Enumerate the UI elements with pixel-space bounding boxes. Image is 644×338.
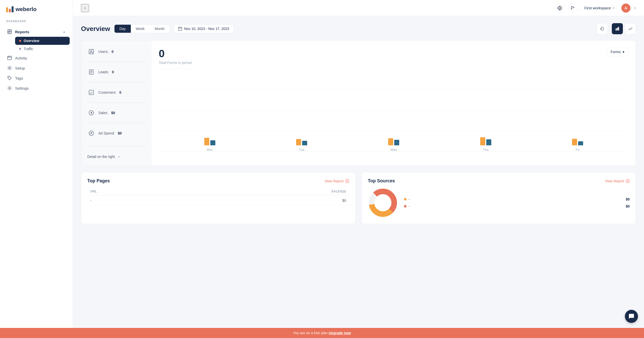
globe-button[interactable] <box>555 4 564 13</box>
legend-item-2: - $0 <box>404 204 630 208</box>
workspace-name: First workspace <box>584 6 611 10</box>
top-sources-view-report-label: View Report <box>605 179 624 183</box>
sidebar-item-activity[interactable]: Activity <box>3 53 70 63</box>
chart-day-label-thu: Thu <box>483 148 488 152</box>
users-label: Users: <box>98 50 108 54</box>
top-pages-card: Top Pages View Report <box>81 172 355 224</box>
tags-icon <box>7 76 12 81</box>
chart-header: 0 Total Forms in period Forms ▾ <box>159 48 629 65</box>
bar-teal-thu <box>486 139 491 145</box>
sources-legend: - $0 - $0 <box>404 197 630 208</box>
chart-day-thu: Thu <box>480 137 491 152</box>
chart-panel: 0 Total Forms in period Forms ▾ <box>152 41 636 166</box>
legend-value-1: $0 <box>626 197 630 201</box>
legend-dot-1 <box>404 198 407 200</box>
stats-panel: Users: 0 Leads: <box>81 41 152 166</box>
period-tabs: Day Week Month <box>114 24 170 33</box>
avatar[interactable]: A <box>621 4 630 13</box>
sales-label: Sales: <box>98 111 108 115</box>
sources-content: - $0 - $0 <box>368 188 630 218</box>
chart-area: Mon Tue <box>159 69 629 162</box>
bar-chart-button[interactable] <box>612 23 623 34</box>
ad-spend-icon <box>87 129 95 137</box>
content-area: Overview Day Week Month Nov 10, 2023 - N… <box>73 16 644 338</box>
chart-day-label-mon: Mon <box>207 148 213 152</box>
bar-teal-fri <box>578 141 583 145</box>
sidebar-item-setup[interactable]: Setup <box>3 63 70 73</box>
date-picker[interactable]: Nov 10, 2023 - Nov 17, 2023 <box>174 24 233 33</box>
tab-month[interactable]: Month <box>150 25 170 33</box>
arrow-right-icon: → <box>117 155 120 159</box>
bar-yellow-tue <box>296 139 301 145</box>
refresh-button[interactable] <box>597 23 608 34</box>
chat-icon <box>628 313 634 319</box>
users-value: 0 <box>111 50 113 54</box>
tab-day[interactable]: Day <box>114 25 131 33</box>
date-range-text: Nov 10, 2023 - Nov 17, 2023 <box>184 27 229 31</box>
svg-rect-11 <box>178 27 182 30</box>
chat-button[interactable] <box>625 310 638 323</box>
svg-point-5 <box>8 56 9 57</box>
sidebar-item-settings[interactable]: Settings <box>3 83 70 93</box>
forms-chevron-icon: ▾ <box>623 50 624 54</box>
detail-link-text: Detail on the right <box>87 155 115 159</box>
workspace-selector[interactable]: First workspace ▾ <box>581 4 617 12</box>
logo-text: weberlo <box>16 6 36 13</box>
table-row: - $0 <box>87 195 349 206</box>
chart-day-label-tue: Tue <box>299 148 304 152</box>
top-pages-view-report-label: View Report <box>325 179 344 183</box>
main-content: ‹ First workspace ▾ A ▾ <box>73 0 644 338</box>
chart-day-label-fri: Fri <box>576 148 580 152</box>
sidebar-item-reports[interactable]: Reports ▲ <box>3 27 70 37</box>
logo-bar-3 <box>12 6 14 12</box>
upgrade-link[interactable]: Upgrade now <box>329 331 351 335</box>
bar-teal-tue <box>302 141 307 145</box>
legend-label-2: - <box>404 204 410 208</box>
sidebar-item-overview[interactable]: Overview <box>15 37 70 45</box>
flag-button[interactable] <box>568 4 577 13</box>
bar-teal-wed <box>394 140 399 145</box>
setup-icon <box>7 65 12 71</box>
sidebar-item-reports-label: Reports <box>15 30 29 34</box>
top-pages-view-report[interactable]: View Report <box>325 179 349 183</box>
tab-week[interactable]: Week <box>131 25 150 33</box>
top-pages-table: URL Sales($) - $0 <box>87 188 349 206</box>
back-button[interactable]: ‹ <box>81 4 89 12</box>
chart-bars <box>204 138 215 145</box>
top-sources-header: Top Sources View Report <box>368 178 630 184</box>
leads-value: 0 <box>112 70 114 74</box>
sidebar-item-tags[interactable]: Tags <box>3 73 70 83</box>
overview-title: Overview <box>81 25 110 33</box>
leads-icon <box>87 68 95 76</box>
svg-point-8 <box>9 77 9 78</box>
sales-value: $0 <box>111 111 115 115</box>
donut-chart <box>368 188 398 218</box>
activity-icon <box>7 55 12 60</box>
svg-point-9 <box>9 88 10 89</box>
svg-rect-14 <box>618 27 619 30</box>
sidebar-item-settings-label: Settings <box>15 86 29 90</box>
line-chart-button[interactable] <box>625 23 636 34</box>
chart-type-buttons <box>612 23 636 34</box>
top-sources-view-report[interactable]: View Report <box>605 179 630 183</box>
detail-link[interactable]: Detail on the right → <box>87 155 146 159</box>
topbar: ‹ First workspace ▾ A ▾ <box>73 0 644 16</box>
workspace-chevron-icon: ▾ <box>613 6 614 10</box>
overview-header: Overview Day Week Month Nov 10, 2023 - N… <box>81 23 636 34</box>
stat-leads: Leads: 0 <box>87 68 146 76</box>
forms-dropdown-label: Forms <box>611 50 621 54</box>
top-sources-title: Top Sources <box>368 178 395 184</box>
chart-bars-container: Mon Tue <box>159 69 629 152</box>
chart-bars <box>296 139 307 145</box>
customers-icon <box>87 88 95 96</box>
forms-dropdown[interactable]: Forms ▾ <box>606 48 629 56</box>
logo-icon <box>6 6 14 12</box>
overview-card: Users: 0 Leads: <box>81 40 636 166</box>
sidebar-item-tags-label: Tags <box>15 76 23 80</box>
chart-bars <box>480 137 491 145</box>
sidebar-item-traffic[interactable]: Traffic <box>15 45 70 53</box>
bottom-grid: Top Pages View Report <box>81 172 636 224</box>
stat-sales: Sales: $0 <box>87 109 146 117</box>
legend-dot-2 <box>404 205 407 208</box>
customers-label: Customers: <box>98 90 116 94</box>
